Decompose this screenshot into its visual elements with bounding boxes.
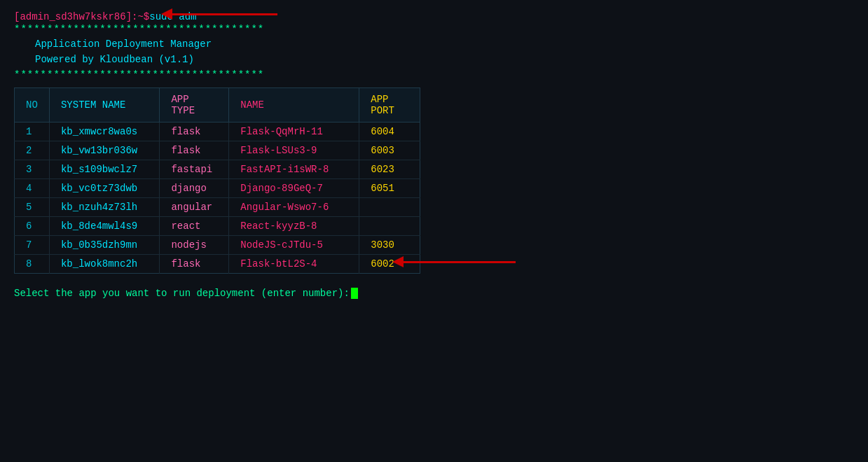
cell-no: 8	[15, 254, 50, 273]
cell-sysname: kb_0b35dzh9mn	[49, 235, 159, 254]
col-header-apptype: APP TYPE	[160, 88, 229, 122]
cell-no: 5	[15, 197, 50, 216]
cell-apptype: fastapi	[160, 160, 229, 178]
cell-name: NodeJS-cJTdu-5	[229, 235, 359, 254]
cell-sysname: kb_vc0tz73dwb	[49, 178, 159, 197]
table-row: 6 kb_8de4mwl4s9 react React-kyyzB-8	[15, 216, 420, 235]
cell-port	[359, 197, 420, 216]
cell-sysname: kb_8de4mwl4s9	[49, 216, 159, 235]
cell-apptype: flask	[160, 122, 229, 141]
select-prompt-line[interactable]: Select the app you want to run deploymen…	[14, 288, 854, 299]
cell-port: 6003	[359, 141, 420, 160]
arrow-head-2	[392, 256, 404, 267]
cell-apptype: flask	[160, 254, 229, 273]
table-row: 5 kb_nzuh4z73lh angular Angular-Wswo7-6	[15, 197, 420, 216]
arrow-line-1	[172, 13, 277, 15]
cell-name: Django-89GeQ-7	[229, 178, 359, 197]
table-row: 1 kb_xmwcr8wa0s flask Flask-QqMrH-11 600…	[15, 122, 420, 141]
cell-port: 3030	[359, 235, 420, 254]
cell-sysname: kb_s109bwclz7	[49, 160, 159, 178]
arrow-1	[161, 8, 277, 20]
cell-apptype: angular	[160, 197, 229, 216]
stars-top: **************************************	[14, 24, 854, 35]
cell-port: 6051	[359, 178, 420, 197]
col-header-name: NAME	[229, 88, 359, 122]
cell-apptype: react	[160, 216, 229, 235]
table-header-row: NO SYSTEM NAME APP TYPE NAME APP PORT	[15, 88, 420, 122]
col-header-no: NO	[15, 88, 50, 122]
cell-apptype: flask	[160, 141, 229, 160]
stars-bottom: **************************************	[14, 69, 854, 80]
app-table: NO SYSTEM NAME APP TYPE NAME APP PORT 1 …	[14, 88, 420, 274]
banner-line-1: Application Deployment Manager	[14, 36, 854, 52]
table-row: 7 kb_0b35dzh9mn nodejs NodeJS-cJTdu-5 30…	[15, 235, 420, 254]
cell-name: Angular-Wswo7-6	[229, 197, 359, 216]
cell-sysname: kb_lwok8mnc2h	[49, 254, 159, 273]
table-row: 2 kb_vw13br036w flask Flask-LSUs3-9 6003	[15, 141, 420, 160]
prompt-user: [admin_sd3hw7kskr86]:~$	[14, 11, 149, 22]
cell-name: React-kyyzB-8	[229, 216, 359, 235]
cell-sysname: kb_nzuh4z73lh	[49, 197, 159, 216]
cell-no: 6	[15, 216, 50, 235]
arrow-head-1	[161, 8, 172, 20]
table-row: 3 kb_s109bwclz7 fastapi FastAPI-i1sWR-8 …	[15, 160, 420, 178]
cell-no: 1	[15, 122, 50, 141]
table-row: 8 kb_lwok8mnc2h flask Flask-btL2S-4 6002	[15, 254, 420, 273]
table-body: 1 kb_xmwcr8wa0s flask Flask-QqMrH-11 600…	[15, 122, 420, 273]
cursor-block	[351, 288, 358, 299]
cell-sysname: kb_xmwcr8wa0s	[49, 122, 159, 141]
arrow-2	[392, 256, 516, 267]
select-prompt-text: Select the app you want to run deploymen…	[14, 288, 350, 299]
terminal-window: [admin_sd3hw7kskr86]:~$ sudo adm *******…	[0, 0, 868, 310]
cell-name: Flask-btL2S-4	[229, 254, 359, 273]
cell-port: 6023	[359, 160, 420, 178]
cell-no: 2	[15, 141, 50, 160]
cell-apptype: django	[160, 178, 229, 197]
col-header-sysname: SYSTEM NAME	[49, 88, 159, 122]
cell-sysname: kb_vw13br036w	[49, 141, 159, 160]
cell-port: 6004	[359, 122, 420, 141]
arrow-line-2	[404, 261, 516, 263]
banner-line-2: Powered by Kloudbean (v1.1)	[14, 52, 854, 67]
cell-no: 7	[15, 235, 50, 254]
cell-name: FastAPI-i1sWR-8	[229, 160, 359, 178]
cell-name: Flask-QqMrH-11	[229, 122, 359, 141]
cell-name: Flask-LSUs3-9	[229, 141, 359, 160]
cell-port	[359, 216, 420, 235]
col-header-port: APP PORT	[359, 88, 420, 122]
prompt-line: [admin_sd3hw7kskr86]:~$ sudo adm	[14, 11, 854, 22]
cell-apptype: nodejs	[160, 235, 229, 254]
table-row: 4 kb_vc0tz73dwb django Django-89GeQ-7 60…	[15, 178, 420, 197]
app-table-container: NO SYSTEM NAME APP TYPE NAME APP PORT 1 …	[14, 88, 854, 274]
cell-no: 3	[15, 160, 50, 178]
cell-no: 4	[15, 178, 50, 197]
